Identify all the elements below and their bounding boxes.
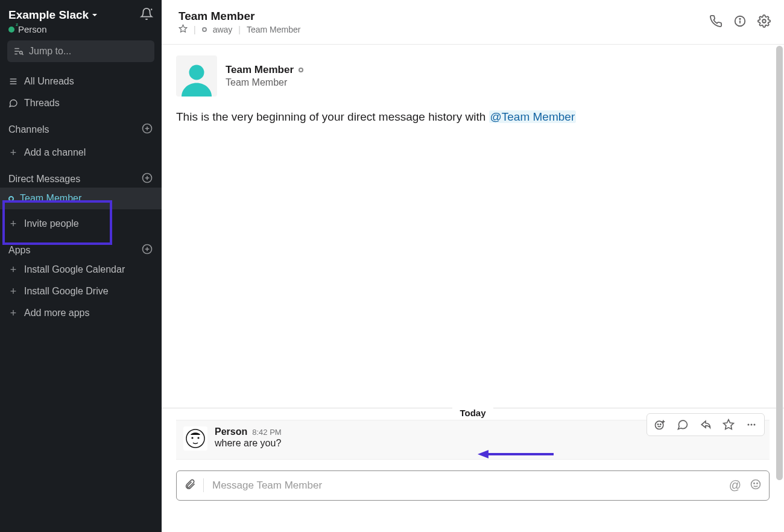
add-channel-icon[interactable]: [141, 122, 153, 137]
list-icon: [8, 77, 18, 86]
jump-to[interactable]: Jump to...: [7, 40, 154, 62]
svg-point-25: [191, 437, 193, 439]
svg-marker-17: [179, 25, 187, 32]
intro-text: This is the very beginning of your direc…: [176, 109, 770, 125]
svg-point-33: [748, 423, 750, 425]
svg-point-3: [20, 51, 23, 54]
svg-line-4: [22, 54, 23, 55]
nav-all-unreads[interactable]: All Unreads: [0, 71, 162, 92]
svg-point-26: [197, 437, 199, 439]
channel-header: Team Member | away | Team Member: [162, 0, 784, 45]
scrollbar[interactable]: [776, 46, 783, 480]
main: Team Member | away | Team Member: [162, 0, 784, 532]
invite-people-label: Invite people: [24, 215, 79, 232]
add-reaction-icon[interactable]: [648, 415, 671, 434]
mention-icon[interactable]: @: [729, 478, 741, 492]
star-icon[interactable]: [717, 415, 740, 434]
annotation-arrow-icon: [476, 448, 555, 460]
svg-point-35: [754, 423, 756, 425]
add-app-icon[interactable]: [141, 243, 153, 258]
nav-threads-label: Threads: [24, 95, 60, 112]
svg-point-39: [754, 483, 755, 484]
workspace-name: Example Slack: [8, 8, 89, 22]
svg-marker-37: [478, 450, 488, 458]
threads-icon: [8, 98, 18, 108]
current-user[interactable]: Person: [0, 23, 162, 40]
new-dm-icon[interactable]: [141, 172, 153, 186]
dm-intro: Team Member Team Member This is the very…: [162, 45, 784, 125]
app-item-label: Install Google Calendar: [24, 261, 125, 278]
presence-away-icon: [202, 27, 207, 32]
apps-header-label: Apps: [8, 245, 30, 256]
app-install-google-drive[interactable]: + Install Google Drive: [0, 280, 162, 302]
call-icon[interactable]: [709, 14, 722, 30]
workspace-switcher[interactable]: Example Slack: [8, 8, 98, 22]
channel-subtitle: Team Member: [247, 25, 300, 34]
avatar[interactable]: [176, 55, 217, 97]
intro-name[interactable]: Team Member: [226, 64, 294, 76]
attach-icon[interactable]: [184, 478, 204, 492]
message[interactable]: Person 8:42 PM where are you?: [176, 420, 770, 460]
nav-threads[interactable]: Threads: [0, 92, 162, 114]
current-user-name: Person: [18, 24, 47, 34]
star-icon[interactable]: [179, 24, 188, 35]
more-icon[interactable]: [740, 415, 763, 434]
plus-icon: +: [8, 264, 18, 275]
plus-icon: +: [8, 286, 18, 297]
apps-header[interactable]: Apps: [0, 235, 162, 259]
app-add-more[interactable]: + Add more apps: [0, 302, 162, 324]
svg-point-28: [657, 423, 658, 424]
channels-header-label: Channels: [8, 124, 49, 135]
jump-to-placeholder: Jump to...: [29, 46, 71, 57]
dm-item-team-member[interactable]: Team Member: [0, 188, 162, 209]
plus-icon: +: [8, 147, 18, 158]
intro-subtitle: Team Member: [226, 77, 303, 88]
emoji-icon[interactable]: [750, 478, 762, 492]
nav-all-unreads-label: All Unreads: [24, 73, 74, 90]
message-input[interactable]: [212, 480, 721, 492]
dms-header[interactable]: Direct Messages: [0, 163, 162, 188]
plus-icon: +: [8, 308, 18, 318]
svg-point-40: [757, 483, 758, 484]
add-a-channel[interactable]: + Add a channel: [0, 142, 162, 163]
message-composer[interactable]: @: [176, 470, 770, 501]
svg-point-34: [751, 423, 753, 425]
notifications-icon[interactable]: [140, 7, 153, 23]
dm-item-label: Team Member: [20, 190, 81, 207]
message-text: where are you?: [215, 438, 282, 449]
presence-away-icon: [8, 196, 14, 201]
message-sender[interactable]: Person: [215, 426, 247, 437]
gear-icon[interactable]: [757, 14, 771, 30]
intro-text-prefix: This is the very beginning of your direc…: [176, 110, 489, 123]
channel-title[interactable]: Team Member: [179, 10, 300, 23]
avatar[interactable]: [183, 426, 207, 451]
search-list-icon: [13, 46, 24, 57]
dms-header-label: Direct Messages: [8, 174, 80, 185]
info-icon[interactable]: [733, 14, 747, 30]
day-divider-label: Today: [452, 408, 493, 418]
svg-point-22: [189, 65, 204, 80]
presence-away-icon: [299, 68, 303, 72]
mention[interactable]: @Team Member: [489, 110, 577, 123]
thread-icon[interactable]: [671, 415, 694, 434]
app-item-label: Add more apps: [24, 305, 90, 321]
presence-text: away: [213, 25, 233, 34]
svg-point-24: [186, 429, 204, 448]
chevron-down-icon: [91, 11, 98, 19]
message-time: 8:42 PM: [252, 428, 281, 437]
separator: |: [238, 25, 241, 34]
app-install-google-calendar[interactable]: + Install Google Calendar: [0, 259, 162, 280]
plus-icon: +: [8, 218, 18, 229]
app-item-label: Install Google Drive: [24, 283, 109, 300]
invite-people[interactable]: + Invite people: [0, 213, 162, 235]
svg-point-38: [751, 480, 760, 489]
share-icon[interactable]: [694, 415, 717, 434]
message-actions: [646, 413, 765, 436]
presence-active-icon: [8, 27, 14, 33]
channels-header[interactable]: Channels: [0, 114, 162, 138]
svg-point-27: [656, 421, 663, 429]
add-a-channel-label: Add a channel: [24, 144, 86, 161]
separator: |: [194, 25, 196, 34]
svg-point-29: [660, 423, 661, 424]
svg-point-21: [762, 19, 766, 23]
